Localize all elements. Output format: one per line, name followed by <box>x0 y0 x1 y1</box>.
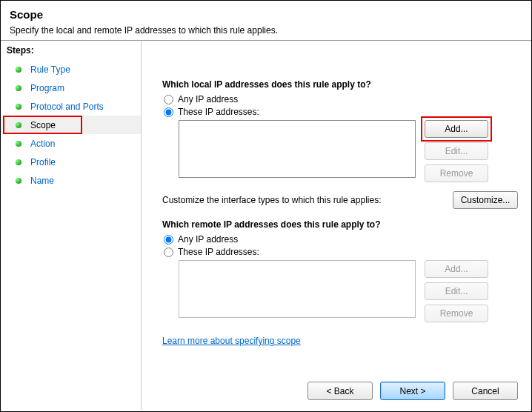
remote-remove-button: Remove <box>425 305 488 322</box>
step-link[interactable]: Profile <box>30 157 56 167</box>
local-these-ip-radio[interactable] <box>164 107 173 117</box>
bullet-icon <box>16 122 21 128</box>
remote-any-ip-radio[interactable] <box>164 235 173 245</box>
step-name[interactable]: Name <box>1 171 141 190</box>
step-link[interactable]: Rule Type <box>30 64 70 75</box>
remote-add-button: Add... <box>425 260 488 278</box>
local-any-ip-radio[interactable] <box>164 95 173 104</box>
back-button[interactable]: < Back <box>307 382 373 400</box>
local-add-button[interactable]: Add... <box>425 120 488 138</box>
step-rule-type[interactable]: Rule Type <box>1 60 141 79</box>
bullet-icon <box>16 141 21 147</box>
remote-any-ip-label: Any IP address <box>178 234 238 245</box>
bullet-icon <box>16 67 21 73</box>
next-button[interactable]: Next > <box>380 382 445 400</box>
local-ip-listbox[interactable] <box>179 120 416 178</box>
wizard-header: Scope Specify the local and remote IP ad… <box>1 1 531 40</box>
step-profile[interactable]: Profile <box>1 153 141 171</box>
remote-edit-button: Edit... <box>425 282 488 300</box>
step-link[interactable]: Action <box>30 139 55 149</box>
remote-ip-listbox <box>179 260 416 318</box>
local-these-ip-row[interactable]: These IP addresses: <box>162 107 518 117</box>
bullet-icon <box>16 178 21 184</box>
bullet-icon <box>16 159 21 165</box>
remote-these-ip-row[interactable]: These IP addresses: <box>162 247 518 257</box>
bullet-icon <box>16 104 21 110</box>
step-link[interactable]: Protocol and Ports <box>30 102 104 112</box>
remote-these-ip-label: These IP addresses: <box>178 247 259 257</box>
steps-sidebar: Steps: Rule Type Program Protocol and Po… <box>1 41 142 411</box>
step-scope[interactable]: Scope <box>1 116 141 134</box>
step-link[interactable]: Program <box>30 83 64 93</box>
step-program[interactable]: Program <box>1 79 141 97</box>
step-protocol-and-ports[interactable]: Protocol and Ports <box>1 97 141 116</box>
customize-button[interactable]: Customize... <box>453 191 518 209</box>
local-any-ip-label: Any IP address <box>178 94 238 104</box>
remote-ip-heading: Which remote IP addresses does this rule… <box>162 219 518 230</box>
steps-heading: Steps: <box>1 41 141 60</box>
local-edit-button: Edit... <box>425 142 488 160</box>
wizard-footer-buttons: < Back Next > Cancel <box>307 382 518 400</box>
step-link: Scope <box>30 120 56 130</box>
page-title: Scope <box>10 8 522 21</box>
customize-interface-text: Customize the interface types to which t… <box>162 195 381 205</box>
remote-any-ip-row[interactable]: Any IP address <box>162 234 518 245</box>
remote-these-ip-radio[interactable] <box>164 247 173 257</box>
step-action[interactable]: Action <box>1 134 141 153</box>
local-any-ip-row[interactable]: Any IP address <box>162 94 518 104</box>
cancel-button[interactable]: Cancel <box>453 382 518 400</box>
local-remove-button: Remove <box>425 165 488 182</box>
firewall-rule-wizard-window: Scope Specify the local and remote IP ad… <box>0 0 532 412</box>
wizard-content: Which local IP addresses does this rule … <box>142 41 531 411</box>
learn-more-link[interactable]: Learn more about specifying scope <box>162 336 301 346</box>
wizard-body: Steps: Rule Type Program Protocol and Po… <box>1 40 531 411</box>
local-these-ip-label: These IP addresses: <box>178 107 259 117</box>
bullet-icon <box>16 85 21 91</box>
local-ip-heading: Which local IP addresses does this rule … <box>162 79 518 90</box>
page-subtitle: Specify the local and remote IP addresse… <box>10 25 522 36</box>
step-link[interactable]: Name <box>30 176 54 186</box>
